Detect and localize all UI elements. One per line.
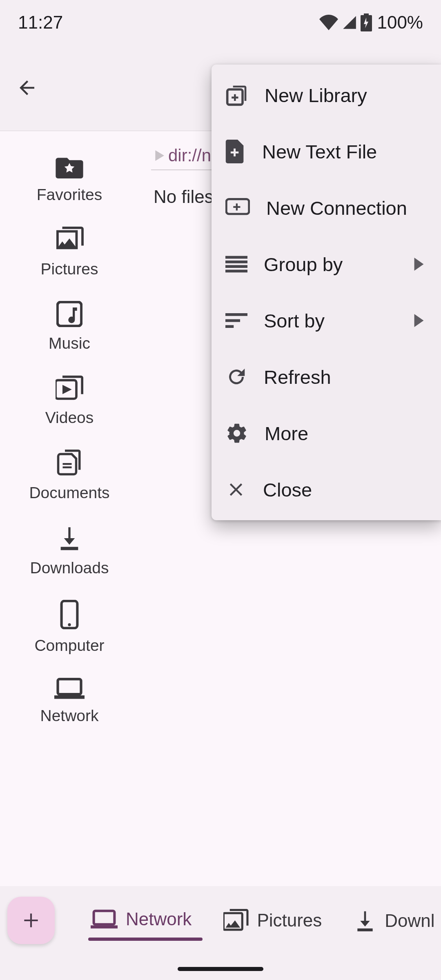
sidebar-item-documents[interactable]: Documents [0,439,139,514]
sidebar-item-label: Videos [45,409,94,427]
sidebar-item-label: Computer [34,637,104,655]
svg-point-3 [68,623,71,626]
sidebar-item-label: Downloads [30,559,109,577]
plus-icon [21,910,41,931]
download-icon [354,909,376,933]
download-icon [56,525,82,552]
triangle-right-icon [154,150,164,161]
sidebar-item-computer[interactable]: Computer [0,589,139,667]
tab-label: Downlo [385,911,434,931]
menu-item-label: New Library [265,84,425,107]
navigation-handle[interactable] [178,967,263,971]
menu-item-label: New Text File [262,140,425,163]
gear-icon [225,422,248,445]
menu-item-label: Group by [264,253,397,276]
breadcrumb-path: dir://n [168,146,211,165]
add-tab-button[interactable] [7,897,55,944]
overflow-menu: New Library New Text File New Connection… [212,65,441,520]
sidebar-item-label: Pictures [41,260,98,278]
back-button[interactable] [12,73,42,102]
status-bar: 11:27 100% [0,0,441,45]
sidebar-item-downloads[interactable]: Downloads [0,514,139,589]
wifi-icon [319,15,339,30]
sidebar-item-label: Documents [29,484,109,502]
new-file-icon [225,140,246,163]
close-icon [225,479,247,500]
battery-percent: 100% [377,12,423,33]
bottom-bar: Network Pictures Downlo [0,886,441,980]
sidebar-item-videos[interactable]: Videos [0,365,139,439]
menu-item-refresh[interactable]: Refresh [212,349,441,405]
menu-item-sort-by[interactable]: Sort by [212,292,441,349]
pictures-icon [55,227,84,253]
menu-item-new-text-file[interactable]: New Text File [212,123,441,180]
sidebar-item-network[interactable]: Network [0,667,139,737]
music-icon [56,301,82,327]
new-connection-icon [225,198,250,218]
status-time: 11:27 [18,12,63,33]
svg-rect-5 [94,911,115,924]
menu-item-more[interactable]: More [212,405,441,461]
active-tab-indicator [88,938,203,941]
menu-item-label: More [265,422,425,445]
battery-icon [361,13,372,31]
sort-icon [225,312,247,329]
tab-label: Pictures [257,910,322,931]
laptop-icon [54,677,85,699]
sidebar-item-label: Favorites [37,186,102,204]
sidebar-item-music[interactable]: Music [0,290,139,365]
sidebar: Favorites Pictures Music Videos Document… [0,131,139,886]
menu-item-group-by[interactable]: Group by [212,236,441,292]
menu-item-new-library[interactable]: New Library [212,67,441,123]
arrow-left-icon [16,77,38,99]
menu-item-new-connection[interactable]: New Connection [212,180,441,236]
status-indicators: 100% [319,12,423,33]
signal-icon [342,15,357,30]
sidebar-item-favorites[interactable]: Favorites [0,145,139,216]
list-icon [225,255,247,273]
tab-label: Network [126,909,192,929]
videos-icon [56,375,83,401]
sidebar-item-pictures[interactable]: Pictures [0,216,139,290]
chevron-right-icon [413,314,425,327]
laptop-icon [91,909,118,929]
tab-network[interactable]: Network [78,897,204,943]
pictures-icon [223,909,249,932]
star-folder-icon [55,156,84,178]
menu-item-close[interactable]: Close [212,461,441,518]
tab-downloads[interactable]: Downlo [341,897,434,947]
menu-item-label: Sort by [264,310,397,332]
documents-icon [56,450,83,477]
svg-rect-4 [58,679,81,694]
sidebar-item-label: Music [49,334,90,352]
menu-item-label: Refresh [264,366,425,388]
sidebar-item-label: Network [40,707,98,725]
tab-pictures[interactable]: Pictures [211,897,334,946]
menu-item-label: Close [263,479,425,501]
menu-item-label: New Connection [266,197,425,219]
phone-icon [60,600,79,629]
svg-rect-0 [58,302,82,326]
chevron-right-icon [413,258,425,271]
refresh-icon [225,366,247,388]
new-library-icon [225,84,248,107]
